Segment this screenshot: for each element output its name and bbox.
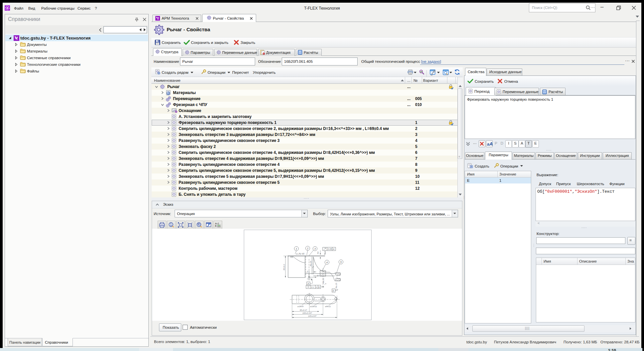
svg-text:Ra 25: Ra 25 xyxy=(310,261,312,266)
svg-text:ø18H9: ø18H9 xyxy=(297,305,304,307)
svg-text:1: 1 xyxy=(296,248,297,250)
svg-text:Ra 25: Ra 25 xyxy=(335,283,337,288)
svg-text:Ra 25: Ra 25 xyxy=(322,278,324,284)
svg-text:A: A xyxy=(333,248,334,250)
svg-text:A=2: A=2 xyxy=(215,222,219,225)
svg-text:5: 5 xyxy=(340,261,342,263)
svg-text:Z: Z xyxy=(306,271,308,273)
svg-text:45°: 45° xyxy=(317,251,319,254)
svg-text:ø10H11: ø10H11 xyxy=(310,305,317,307)
svg-text:Б: Б xyxy=(319,286,320,288)
svg-text:Б: Б xyxy=(333,290,334,292)
svg-text:A: A xyxy=(316,286,317,288)
svg-text:Rz 40: Rz 40 xyxy=(299,253,304,255)
svg-text:3: 3 xyxy=(314,248,316,250)
svg-text:2: 2 xyxy=(307,247,308,250)
svg-text:145+0.87: 145+0.87 xyxy=(308,315,317,317)
svg-text:ø8H11: ø8H11 xyxy=(325,305,331,307)
svg-text:B: B xyxy=(215,225,217,227)
svg-text:4: 4 xyxy=(326,261,328,264)
svg-text:100+0.137: 100+0.137 xyxy=(302,312,312,314)
svg-text:0.05: 0.05 xyxy=(328,248,332,250)
svg-text:95+0.17: 95+0.17 xyxy=(300,309,307,311)
svg-text:A: A xyxy=(307,283,309,285)
svg-text:0.1: 0.1 xyxy=(311,286,314,288)
svg-text:X: X xyxy=(317,275,319,277)
svg-text:80±0.2: 80±0.2 xyxy=(283,264,285,270)
